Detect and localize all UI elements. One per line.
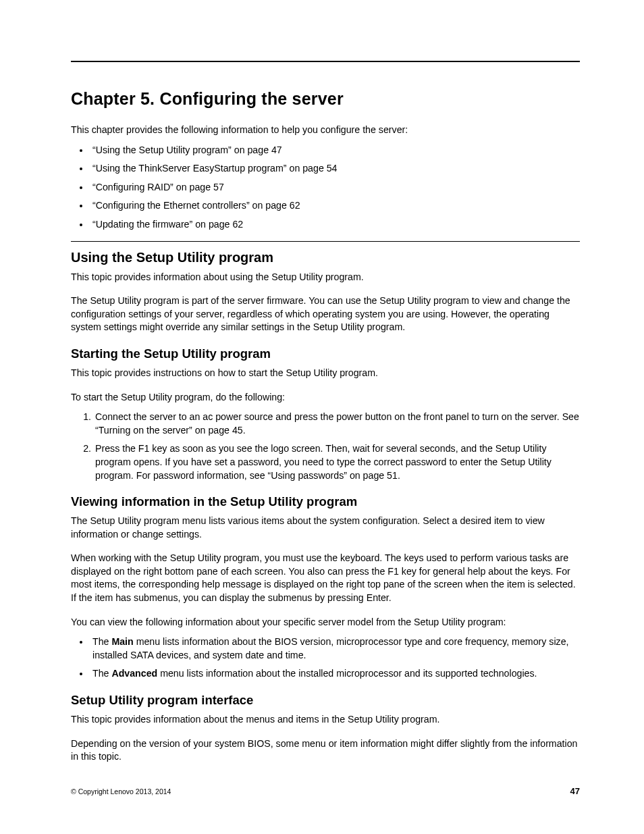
body-paragraph: You can view the following information a… [71, 616, 580, 629]
body-paragraph: This topic provides information about th… [71, 713, 580, 727]
body-paragraph: The Setup Utility program is part of the… [71, 294, 580, 334]
body-paragraph: The Setup Utility program menu lists var… [71, 515, 580, 541]
bullet-post: menu lists information about the BIOS ve… [92, 636, 568, 660]
bullet-bold: Advanced [111, 668, 157, 679]
toc-item: “Configuring the Ethernet controllers” o… [90, 199, 580, 213]
menu-bullets: The Main menu lists information about th… [71, 635, 580, 681]
step-item: Press the F1 key as soon as you see the … [94, 442, 580, 482]
page-footer: © Copyright Lenovo 2013, 2014 47 [71, 786, 580, 796]
chapter-title: Chapter 5. Configuring the server [71, 89, 580, 109]
heading-interface: Setup Utility program interface [71, 693, 580, 708]
footer-pagenum: 47 [570, 786, 580, 796]
body-paragraph: This topic provides information about us… [71, 271, 580, 284]
menu-bullet-item: The Main menu lists information about th… [90, 635, 580, 662]
body-paragraph: This topic provides instructions on how … [71, 367, 580, 380]
bullet-bold: Main [111, 636, 133, 647]
heading-viewing-info: Viewing information in the Setup Utility… [71, 494, 580, 509]
bullet-pre: The [92, 636, 111, 647]
toc-item: “Updating the firmware” on page 62 [90, 218, 580, 232]
chapter-toc-list: “Using the Setup Utility program” on pag… [71, 144, 580, 232]
bullet-post: menu lists information about the install… [157, 668, 537, 679]
toc-item: “Using the Setup Utility program” on pag… [90, 144, 580, 157]
menu-bullet-item: The Advanced menu lists information abou… [90, 667, 580, 681]
body-paragraph: Depending on the version of your system … [71, 737, 580, 764]
chapter-intro: This chapter provides the following info… [71, 124, 580, 137]
heading-starting-setup: Starting the Setup Utility program [71, 346, 580, 361]
bullet-pre: The [92, 668, 111, 679]
heading-using-setup: Using the Setup Utility program [71, 250, 580, 265]
footer-copyright: © Copyright Lenovo 2013, 2014 [71, 787, 171, 796]
top-rule [71, 61, 580, 62]
body-paragraph: When working with the Setup Utility prog… [71, 552, 580, 604]
section-rule [71, 241, 580, 242]
body-paragraph: To start the Setup Utility program, do t… [71, 391, 580, 405]
page: Chapter 5. Configuring the server This c… [0, 0, 644, 834]
steps-list: Connect the server to an ac power source… [71, 411, 580, 482]
step-item: Connect the server to an ac power source… [94, 411, 580, 437]
toc-item: “Configuring RAID” on page 57 [90, 181, 580, 194]
toc-item: “Using the ThinkServer EasyStartup progr… [90, 162, 580, 176]
